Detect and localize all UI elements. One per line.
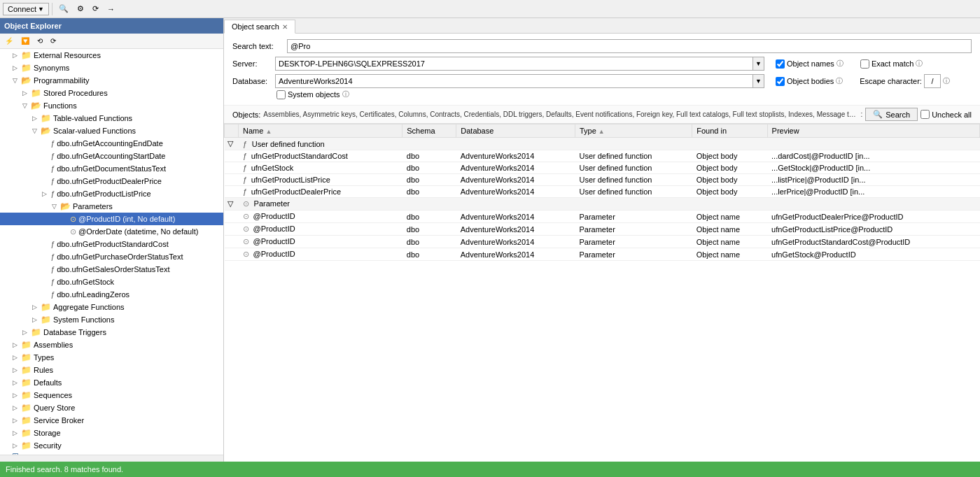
- list-item[interactable]: ▷ 📁 Storage: [0, 427, 223, 439]
- database-input[interactable]: [275, 74, 753, 88]
- node-label: Rules: [34, 366, 53, 374]
- func-icon: ƒ: [50, 190, 55, 198]
- col-database[interactable]: Database: [456, 124, 575, 138]
- list-item[interactable]: ▷ ƒ dbo.ufnGetProductListPrice: [0, 187, 223, 200]
- database-label: Database:: [232, 77, 271, 85]
- list-item[interactable]: ⊙ @ProductID (int, No default): [0, 213, 223, 225]
- explorer-sep-btn[interactable]: ⟲: [34, 36, 46, 46]
- expander-icon: ▷: [13, 366, 21, 373]
- tab-bar: Object search ✕: [224, 18, 980, 34]
- table-row[interactable]: ⊙ @ProductID dbo AdventureWorks2014 Para…: [225, 248, 980, 261]
- node-label: dbo.ufnGetAccountingEndDate: [57, 139, 163, 148]
- expander-icon: ▷: [32, 316, 41, 323]
- node-label: Functions: [43, 101, 77, 110]
- list-item[interactable]: ƒ dbo.ufnGetPurchaseOrderStatusText: [0, 250, 223, 263]
- table-row[interactable]: ⊙ @ProductID dbo AdventureWorks2014 Para…: [225, 236, 980, 248]
- table-row[interactable]: ƒ ufnGetProductDealerPrice dbo Adventure…: [225, 186, 980, 198]
- list-item[interactable]: ▷ 📁 Assemblies: [0, 339, 223, 351]
- escape-char-label: Escape character:: [860, 77, 922, 85]
- list-item[interactable]: ▷ 📁 Query Store: [0, 401, 223, 414]
- table-row[interactable]: ƒ ufnGetStock dbo AdventureWorks2014 Use…: [225, 162, 980, 174]
- row-param-icon: ⊙: [243, 225, 249, 233]
- list-item[interactable]: ▽ 📂 Scalar-valued Functions: [0, 124, 223, 137]
- server-input[interactable]: [275, 57, 753, 71]
- list-item[interactable]: ▷ 📁 Synonyms: [0, 62, 223, 74]
- node-label: dbo.ufnGetProductListPrice: [57, 190, 151, 198]
- exact-match-checkbox[interactable]: [860, 59, 869, 69]
- col-schema[interactable]: Schema: [402, 124, 456, 138]
- node-label: @OrderDate (datetime, No default): [78, 227, 198, 236]
- col-found-in[interactable]: Found in: [692, 124, 767, 138]
- toolbar-btn-4[interactable]: →: [104, 3, 118, 15]
- list-item[interactable]: ƒ dbo.ufnGetProductStandardCost: [0, 238, 223, 250]
- node-label: Scalar-valued Functions: [53, 127, 136, 135]
- object-names-checkbox[interactable]: [776, 59, 785, 69]
- tab-close-icon[interactable]: ✕: [282, 23, 288, 31]
- list-item[interactable]: ▷ 📁 Defaults: [0, 376, 223, 389]
- list-item[interactable]: ▽ 📂 Programmability: [0, 74, 223, 87]
- tab-object-search[interactable]: Object search ✕: [224, 20, 295, 34]
- list-item[interactable]: ▷ 📁 External Resources: [0, 49, 223, 62]
- list-item[interactable]: ▷ 📁 Stored Procedures: [0, 87, 223, 99]
- table-row[interactable]: ƒ ufnGetProductListPrice dbo AdventureWo…: [225, 174, 980, 186]
- list-item[interactable]: ▷ 📁 Rules: [0, 364, 223, 376]
- expander-icon: ▷: [32, 115, 41, 122]
- func-icon: ƒ: [50, 252, 55, 261]
- results-table-wrapper[interactable]: Name ▲ Schema Database Type ▲ Found in P…: [224, 124, 980, 462]
- server-dropdown-btn[interactable]: ▼: [753, 57, 764, 71]
- connect-button[interactable]: Connect ▼: [3, 3, 49, 15]
- expander-icon: ▷: [13, 52, 21, 59]
- col-preview[interactable]: Preview: [767, 124, 979, 138]
- table-row[interactable]: ⊙ @ProductID dbo AdventureWorks2014 Para…: [225, 223, 980, 236]
- list-item[interactable]: ▷ 📁 Service Broker: [0, 414, 223, 427]
- list-item[interactable]: ƒ dbo.ufnGetAccountingStartDate: [0, 150, 223, 162]
- table-row[interactable]: ⊙ @ProductID dbo AdventureWorks2014 Para…: [225, 211, 980, 223]
- expander-icon: ▷: [13, 379, 21, 386]
- list-item[interactable]: ƒ dbo.ufnGetProductDealerPrice: [0, 175, 223, 187]
- table-row[interactable]: ƒ ufnGetProductStandardCost dbo Adventur…: [225, 150, 980, 162]
- list-item[interactable]: ▷ 📁 Types: [0, 351, 223, 364]
- expander-icon: ▷: [22, 329, 31, 336]
- list-item[interactable]: ▽ 📂 Functions: [0, 99, 223, 112]
- group-func-icon: ƒ: [243, 140, 247, 148]
- object-bodies-info: ⓘ: [836, 76, 843, 86]
- list-item[interactable]: ▷ 📁 Table-valued Functions: [0, 112, 223, 124]
- col-name[interactable]: Name ▲: [239, 124, 402, 138]
- toolbar-btn-1[interactable]: 🔍: [55, 2, 72, 15]
- search-icon: 🔍: [873, 110, 883, 119]
- toolbar-btn-2[interactable]: ⚙: [74, 2, 88, 15]
- list-item[interactable]: ƒ dbo.ufnGetSalesOrderStatusText: [0, 263, 223, 276]
- system-objects-checkbox[interactable]: [276, 90, 286, 99]
- toolbar-btn-3[interactable]: ⟳: [89, 2, 102, 15]
- folder-icon: 📂: [41, 126, 51, 136]
- object-bodies-checkbox[interactable]: [776, 77, 785, 86]
- list-item[interactable]: ƒ dbo.ufnGetDocumentStatusText: [0, 162, 223, 175]
- table-row[interactable]: ▽ ƒ User defined function: [225, 138, 980, 150]
- list-item[interactable]: ƒ dbo.ufnGetStock: [0, 276, 223, 288]
- group-label: User defined function: [252, 140, 325, 148]
- database-dropdown-btn[interactable]: ▼: [753, 74, 764, 88]
- list-item[interactable]: ▷ 📁 Aggregate Functions: [0, 301, 223, 313]
- search-text-input[interactable]: [287, 39, 972, 53]
- explorer-filter-btn[interactable]: 🔽: [18, 36, 33, 46]
- row-func-icon: ƒ: [243, 187, 247, 196]
- list-item[interactable]: ƒ dbo.ufnLeadingZeros: [0, 288, 223, 301]
- uncheck-all-checkbox[interactable]: [920, 110, 930, 119]
- table-row[interactable]: ▽ ⊙ Parameter: [225, 198, 980, 211]
- escape-char-input[interactable]: [924, 74, 941, 88]
- col-type[interactable]: Type ▲: [575, 124, 692, 138]
- list-item[interactable]: ▷ 📁 Sequences: [0, 389, 223, 401]
- explorer-connect-btn[interactable]: ⚡: [1, 36, 17, 46]
- list-item[interactable]: ▷ 📁 Security: [0, 439, 223, 452]
- tree-scrollbar[interactable]: [0, 455, 223, 462]
- object-tree[interactable]: ▷ 📁 External Resources ▷ 📁 Synonyms ▽ 📂 …: [0, 49, 223, 455]
- list-item[interactable]: ƒ dbo.ufnGetAccountingEndDate: [0, 137, 223, 150]
- search-execute-button[interactable]: 🔍 Search: [865, 108, 918, 121]
- explorer-refresh-btn[interactable]: ⟳: [47, 36, 59, 46]
- list-item[interactable]: ▷ 📁 System Functions: [0, 313, 223, 326]
- node-label: External Resources: [34, 51, 101, 59]
- list-item[interactable]: ⊙ @OrderDate (datetime, No default): [0, 225, 223, 238]
- list-item[interactable]: ▷ 📁 Database Triggers: [0, 326, 223, 339]
- list-item[interactable]: ▽ 📂 Parameters: [0, 200, 223, 213]
- expander-icon: ▷: [13, 341, 21, 348]
